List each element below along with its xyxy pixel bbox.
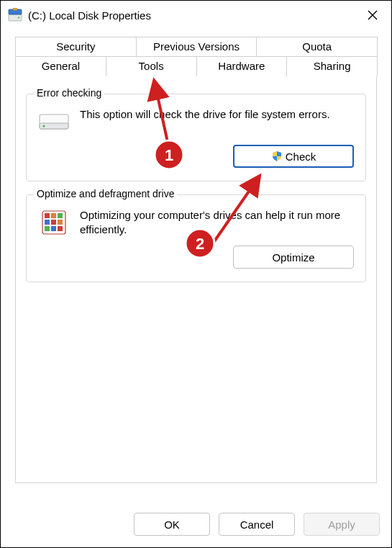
tab-control: Security Previous Versions Quota General… xyxy=(15,37,377,483)
tab-label: Security xyxy=(56,40,95,53)
svg-rect-16 xyxy=(45,226,50,231)
tab-general[interactable]: General xyxy=(15,57,106,76)
svg-rect-14 xyxy=(51,220,56,225)
tab-label: Quota xyxy=(302,40,332,53)
error-checking-group: Error checking This option will check th… xyxy=(26,94,366,181)
cancel-button-label: Cancel xyxy=(240,518,274,531)
cancel-button[interactable]: Cancel xyxy=(219,513,295,536)
ok-button[interactable]: OK xyxy=(134,513,210,536)
defrag-icon xyxy=(38,208,70,237)
apply-button-label: Apply xyxy=(328,518,355,531)
svg-rect-17 xyxy=(51,226,56,231)
svg-rect-13 xyxy=(45,220,50,225)
svg-rect-10 xyxy=(45,213,50,218)
svg-rect-15 xyxy=(58,220,63,225)
tab-label: Sharing xyxy=(314,60,351,72)
tab-tools[interactable]: Tools xyxy=(106,57,197,76)
tab-label: Tools xyxy=(139,60,164,72)
tab-previous-versions[interactable]: Previous Versions xyxy=(136,37,257,57)
window-title: (C:) Local Disk Properties xyxy=(28,9,358,22)
close-button[interactable] xyxy=(358,4,387,26)
optimize-text: Optimizing your computer's drives can he… xyxy=(80,208,354,236)
svg-rect-3 xyxy=(13,9,17,11)
optimize-group: Optimize and defragment drive xyxy=(26,194,366,282)
svg-point-2 xyxy=(18,17,19,18)
uac-shield-icon xyxy=(271,151,283,162)
close-icon xyxy=(368,10,378,20)
check-button-label: Check xyxy=(286,151,316,163)
svg-rect-18 xyxy=(58,226,63,231)
optimize-button-label: Optimize xyxy=(272,251,314,264)
dialog-footer: OK Cancel Apply xyxy=(1,504,391,547)
tab-label: Previous Versions xyxy=(153,40,240,53)
tab-security[interactable]: Security xyxy=(15,37,137,57)
svg-point-8 xyxy=(42,125,45,127)
error-checking-text: This option will check the drive for fil… xyxy=(80,107,354,122)
tools-tab-panel: Error checking This option will check th… xyxy=(15,76,377,483)
optimize-button[interactable]: Optimize xyxy=(233,246,354,269)
title-bar: (C:) Local Disk Properties xyxy=(1,1,391,30)
optimize-legend: Optimize and defragment drive xyxy=(34,188,177,199)
tab-label: Hardware xyxy=(218,60,265,72)
tab-quota[interactable]: Quota xyxy=(256,37,378,57)
tab-sharing[interactable]: Sharing xyxy=(286,57,378,76)
tab-hardware[interactable]: Hardware xyxy=(196,57,288,76)
tab-label: General xyxy=(42,60,80,72)
drive-icon xyxy=(8,8,22,22)
svg-rect-11 xyxy=(51,213,56,218)
disk-drive-icon xyxy=(38,107,70,136)
svg-rect-12 xyxy=(58,213,63,218)
check-button[interactable]: Check xyxy=(233,145,354,168)
svg-rect-0 xyxy=(9,14,22,21)
apply-button: Apply xyxy=(304,513,380,536)
error-checking-legend: Error checking xyxy=(34,87,104,99)
ok-button-label: OK xyxy=(164,518,180,531)
